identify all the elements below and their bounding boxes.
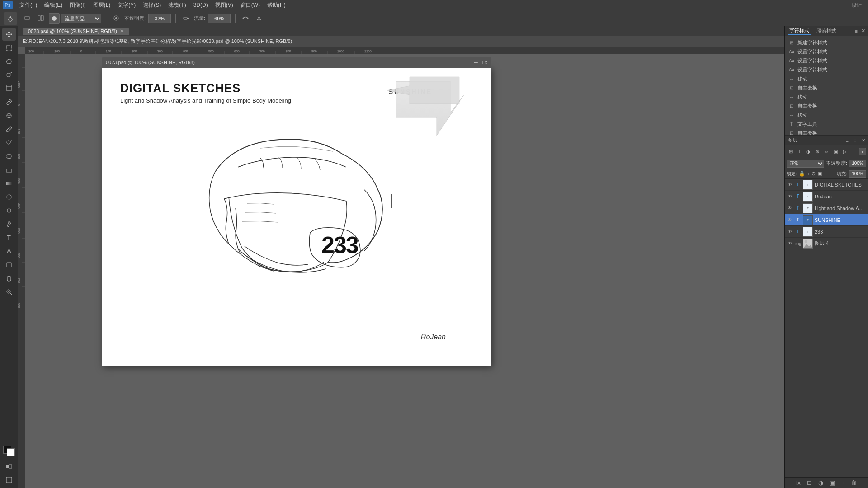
- opacity-input[interactable]: [148, 14, 171, 23]
- menu-type[interactable]: 文字(Y): [114, 0, 139, 10]
- doc-tab-close-btn[interactable]: ✕: [120, 28, 123, 33]
- layer-eye-233[interactable]: 👁: [787, 229, 793, 235]
- pen-tool[interactable]: [2, 218, 16, 230]
- fill-input[interactable]: [849, 170, 866, 178]
- menu-layer[interactable]: 图层(L): [90, 0, 114, 10]
- background-color[interactable]: [7, 448, 15, 456]
- quick-mask-toggle[interactable]: [2, 460, 16, 473]
- layer-eye-light-shadow[interactable]: 👁: [787, 205, 793, 211]
- history-item-transform-3[interactable]: ⊡ 自由变换: [788, 128, 865, 136]
- blend-mode-select[interactable]: 正常: [787, 160, 824, 168]
- menu-window[interactable]: 窗口(W): [237, 0, 263, 10]
- para-styles-tab[interactable]: 段落样式: [815, 28, 838, 34]
- filter-smart-btn[interactable]: ⊛: [813, 148, 821, 155]
- layer-new-btn[interactable]: +: [840, 479, 846, 486]
- panel-menu-btn[interactable]: ≡: [855, 28, 858, 34]
- layer-item-digital-sketches[interactable]: 👁 T T DIGITAL SKETCHES: [785, 179, 868, 191]
- filter-group-btn[interactable]: ▷: [841, 148, 849, 155]
- menu-edit[interactable]: 编辑(E): [41, 0, 66, 10]
- doc-close-btn[interactable]: ×: [485, 60, 487, 65]
- airbrush-btn[interactable]: [180, 14, 191, 23]
- layer-item-image4[interactable]: 👁 img 图层 4: [785, 238, 868, 249]
- filter-adj-btn[interactable]: ◑: [804, 148, 812, 155]
- layer-eye-image4[interactable]: 👁: [787, 240, 793, 247]
- filter-toggle-btn[interactable]: ●: [859, 148, 866, 155]
- layer-item-rojean[interactable]: 👁 T T RoJean: [785, 191, 868, 202]
- opacity-input-layers[interactable]: [849, 160, 866, 167]
- brush-preview[interactable]: [49, 13, 60, 24]
- crop-tool[interactable]: [2, 82, 16, 95]
- canvas-viewport[interactable]: 0023.psd @ 100% (SUNSHINE, RGB/8) ─ □ × …: [25, 54, 784, 488]
- brush-tool[interactable]: [2, 123, 16, 136]
- filter-kind-btn[interactable]: ⊞: [787, 148, 795, 155]
- char-style-2[interactable]: Aa 设置字符样式: [788, 56, 865, 65]
- move-tool[interactable]: [2, 28, 16, 41]
- menu-file[interactable]: 文件(F): [16, 0, 40, 10]
- brush-icon[interactable]: [4, 12, 17, 25]
- history-item-move-3[interactable]: ↔ 移动: [788, 110, 865, 119]
- history-item-transform-2[interactable]: ⊡ 自由变换: [788, 101, 865, 110]
- layer-delete-btn[interactable]: 🗑: [849, 479, 858, 486]
- doc-minimize-btn[interactable]: ─: [474, 60, 478, 65]
- layer-item-light-shadow[interactable]: 👁 T T Light and Shadow Analy...: [785, 202, 868, 214]
- filter-pixel-btn[interactable]: ▣: [831, 148, 840, 155]
- char-style-1[interactable]: Aa 设置字符样式: [788, 47, 865, 56]
- layer-item-sunshine[interactable]: 👁 T T SUNSHINE: [785, 214, 868, 226]
- lock-position-icon[interactable]: +: [807, 171, 810, 177]
- lock-all-icon[interactable]: ▣: [817, 171, 822, 177]
- tablet-angle-btn[interactable]: [254, 14, 264, 23]
- hand-tool[interactable]: [2, 272, 16, 285]
- layer-mask-btn[interactable]: ⊡: [806, 479, 813, 486]
- flow-input[interactable]: [208, 14, 231, 23]
- history-item-move-1[interactable]: ↔ 移动: [788, 74, 865, 83]
- menu-3d[interactable]: 3D(D): [190, 1, 211, 9]
- doc-maximize-btn[interactable]: □: [480, 60, 483, 65]
- tablet-pressure-btn[interactable]: [111, 14, 122, 23]
- quick-select-tool[interactable]: [2, 69, 16, 81]
- lock-icon[interactable]: 🔒: [799, 171, 805, 177]
- document-tab[interactable]: 0023.psd @ 100% (SUNSHINE, RGB/8) ✕: [23, 28, 129, 35]
- layer-fx-btn[interactable]: fx: [795, 479, 802, 486]
- char-style-new[interactable]: ⊞ 新建字符样式: [788, 38, 865, 47]
- history-item-type[interactable]: T 文字工具: [788, 119, 865, 128]
- menu-image[interactable]: 图像(I): [66, 0, 89, 10]
- smoothing-btn[interactable]: [240, 14, 251, 23]
- zoom-tool[interactable]: [2, 286, 16, 298]
- menu-filter[interactable]: 滤镜(T): [165, 0, 189, 10]
- layer-group-btn[interactable]: ▣: [828, 479, 836, 486]
- layers-close-btn[interactable]: ✕: [862, 138, 865, 143]
- filter-type-btn[interactable]: T: [796, 148, 803, 155]
- lock-art-icon[interactable]: ⊙: [811, 171, 816, 177]
- eyedropper-tool[interactable]: [2, 96, 16, 108]
- menu-view[interactable]: 视图(V): [212, 0, 236, 10]
- path-select-tool[interactable]: [2, 245, 16, 258]
- eraser-tool[interactable]: [2, 164, 16, 176]
- menu-help[interactable]: 帮助(H): [264, 0, 289, 10]
- filter-shape-btn[interactable]: ▱: [822, 148, 830, 155]
- char-style-3[interactable]: Aa 设置字符样式: [788, 65, 865, 74]
- layer-eye-sunshine[interactable]: 👁: [787, 217, 793, 223]
- history-brush-tool[interactable]: [2, 150, 16, 163]
- lasso-tool[interactable]: [2, 55, 16, 68]
- brush-preset-select[interactable]: 流量高品: [61, 14, 101, 23]
- healing-tool[interactable]: [2, 109, 16, 122]
- layer-eye-rojean[interactable]: 👁: [787, 193, 793, 200]
- screen-mode-toggle[interactable]: [2, 474, 16, 486]
- layer-adj-btn[interactable]: ◑: [817, 479, 825, 486]
- char-styles-tab[interactable]: 字符样式: [788, 27, 811, 35]
- shape-tool[interactable]: [2, 258, 16, 271]
- select-tool[interactable]: [2, 42, 16, 54]
- tool-btn-1[interactable]: [22, 14, 33, 23]
- clone-tool[interactable]: [2, 136, 16, 149]
- tool-btn-2[interactable]: [35, 14, 46, 23]
- history-item-move-2[interactable]: ↔ 移动: [788, 92, 865, 101]
- layer-item-233[interactable]: 👁 T T 233: [785, 226, 868, 238]
- panel-close-btn[interactable]: ✕: [861, 28, 865, 34]
- menu-select[interactable]: 选择(S): [140, 0, 164, 10]
- layers-menu-btn[interactable]: ≡: [846, 138, 849, 143]
- layer-eye-digital-sketches[interactable]: 👁: [787, 182, 793, 188]
- layers-expand-btn[interactable]: ↕: [854, 138, 856, 143]
- dodge-tool[interactable]: [2, 204, 16, 217]
- gradient-tool[interactable]: [2, 177, 16, 190]
- blur-tool[interactable]: [2, 191, 16, 203]
